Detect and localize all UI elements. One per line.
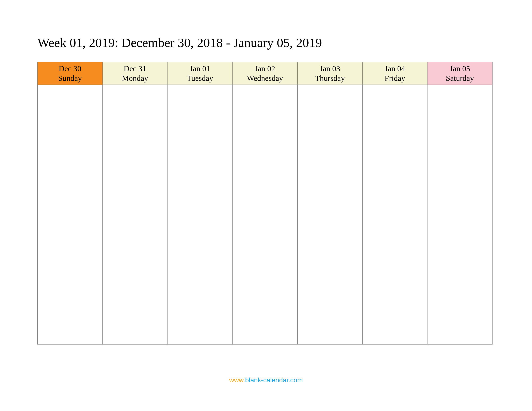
day-date: Jan 03 (298, 64, 361, 74)
day-header-thursday: Jan 03 Thursday (297, 62, 362, 85)
day-name: Tuesday (168, 74, 231, 83)
day-name: Sunday (38, 74, 102, 83)
day-cell-saturday (428, 85, 493, 344)
footer-link[interactable]: www.blank-calendar.com (0, 376, 532, 384)
day-date: Jan 02 (233, 64, 296, 74)
day-header-wednesday: Jan 02 Wednesday (233, 62, 298, 85)
calendar-header-row: Dec 30 Sunday Dec 31 Monday Jan 01 Tuesd… (38, 62, 493, 85)
day-date: Dec 30 (38, 64, 102, 74)
day-date: Jan 04 (363, 64, 427, 74)
day-name: Saturday (428, 74, 492, 83)
calendar-body-row (38, 85, 493, 344)
calendar-page: Week 01, 2019: December 30, 2018 - Janua… (0, 0, 532, 344)
day-date: Jan 05 (428, 64, 492, 74)
day-header-saturday: Jan 05 Saturday (428, 62, 493, 85)
day-cell-monday (103, 85, 168, 344)
day-cell-thursday (297, 85, 362, 344)
footer-url-main: blank-calendar.com (245, 376, 303, 384)
day-cell-friday (362, 85, 428, 344)
day-name: Monday (104, 74, 167, 83)
day-date: Jan 01 (168, 64, 231, 74)
day-date: Dec 31 (104, 64, 167, 74)
weekly-calendar-table: Dec 30 Sunday Dec 31 Monday Jan 01 Tuesd… (38, 62, 493, 344)
footer-url-prefix: www. (229, 376, 245, 384)
day-name: Thursday (298, 74, 361, 83)
day-cell-sunday (38, 85, 103, 344)
day-header-monday: Dec 31 Monday (103, 62, 168, 85)
day-name: Friday (363, 74, 427, 83)
day-cell-tuesday (168, 85, 233, 344)
page-title: Week 01, 2019: December 30, 2018 - Janua… (38, 35, 493, 50)
day-header-friday: Jan 04 Friday (362, 62, 428, 85)
day-header-tuesday: Jan 01 Tuesday (168, 62, 233, 85)
day-header-sunday: Dec 30 Sunday (38, 62, 103, 85)
day-name: Wednesday (233, 74, 296, 83)
day-cell-wednesday (233, 85, 298, 344)
